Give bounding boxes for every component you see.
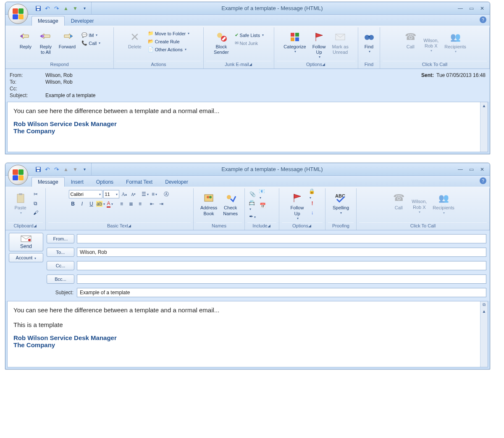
bcc-button[interactable]: Bcc... (47, 274, 74, 284)
options-dialog-launcher[interactable]: ◢ (322, 62, 325, 66)
basictext-dialog-launcher[interactable]: ◢ (128, 224, 131, 228)
ctc-recipients-button[interactable]: 👥 Recipients▾ (430, 190, 456, 216)
send-button[interactable]: Send (9, 233, 43, 251)
options-pane-icon[interactable]: ⧉ (480, 301, 488, 308)
include-dialog-launcher[interactable]: ◢ (268, 224, 270, 228)
other-actions-button[interactable]: 📄Other Actions▾ (146, 46, 192, 53)
font-color-button[interactable]: A▾ (106, 200, 114, 208)
bullets-button[interactable]: ☰▾ (141, 190, 150, 198)
attach-file-button[interactable]: 📎 (248, 190, 257, 198)
align-left-button[interactable]: ≡ (118, 200, 126, 208)
shrink-font-button[interactable]: A▾ (129, 190, 138, 198)
scrollbar[interactable]: ▲ (480, 102, 488, 152)
clear-formatting-button[interactable]: Ⓐ (162, 190, 171, 198)
spelling-button[interactable]: ABC Spelling▾ (331, 190, 351, 216)
maximize-button[interactable]: ▭ (468, 5, 475, 12)
calendar-button[interactable]: 📅 (258, 201, 267, 210)
decrease-indent-button[interactable]: ⇤ (148, 200, 156, 208)
redo-icon[interactable]: ↷ (53, 166, 60, 173)
bcc-field[interactable] (77, 274, 486, 284)
numbering-button[interactable]: ≡▾ (150, 190, 159, 198)
scrollbar[interactable]: ⧉ ▲ (480, 301, 488, 367)
follow-up-button[interactable]: Follow Up▾ (288, 190, 307, 221)
qat-customize-icon[interactable]: ▾ (81, 5, 88, 12)
from-button[interactable]: From... (47, 234, 74, 243)
tab-message[interactable]: Message (32, 177, 65, 187)
clipboard-dialog-launcher[interactable]: ◢ (34, 224, 37, 228)
tab-message[interactable]: Message (32, 16, 65, 26)
tab-insert[interactable]: Insert (65, 177, 90, 187)
close-button[interactable]: ✕ (479, 5, 486, 12)
ctc-call-button[interactable]: ☎ Call (389, 190, 408, 212)
qat-customize-icon[interactable]: ▾ (81, 166, 88, 173)
minimize-button[interactable]: — (457, 5, 464, 12)
align-center-button[interactable]: ≣ (127, 200, 135, 208)
save-icon[interactable] (35, 166, 42, 173)
from-field[interactable] (77, 234, 486, 243)
ctc-recipients-button[interactable]: 👥 Recipients▾ (442, 29, 468, 55)
follow-up-button[interactable]: Follow Up▾ (310, 29, 328, 60)
check-names-button[interactable]: Check Names (221, 190, 240, 217)
reply-button[interactable]: Reply (16, 29, 35, 51)
to-button[interactable]: To... (47, 248, 74, 257)
maximize-button[interactable]: ▭ (468, 166, 475, 173)
block-sender-button[interactable]: Block Sender (212, 29, 231, 56)
font-selector[interactable]: Calibri▾ (69, 190, 102, 198)
signature-button[interactable]: ✒▾ (248, 212, 257, 221)
cc-button[interactable]: Cc... (47, 261, 74, 270)
find-button[interactable]: Find▾ (360, 29, 378, 55)
forward-button[interactable]: Forward (57, 29, 78, 51)
call-button[interactable]: 📞Call▾ (79, 40, 102, 47)
redo-icon[interactable]: ↷ (53, 5, 60, 12)
italic-button[interactable]: I (78, 200, 87, 208)
im-button[interactable]: 💬IM▾ (79, 32, 102, 39)
office-button[interactable] (8, 4, 28, 24)
delete-button[interactable]: ✕ Delete (126, 29, 144, 51)
help-button[interactable]: ? (480, 177, 486, 184)
bold-button[interactable]: B (69, 200, 77, 208)
increase-indent-button[interactable]: ⇥ (157, 200, 165, 208)
cut-button[interactable]: ✂ (32, 190, 40, 198)
copy-button[interactable]: ⧉ (32, 199, 40, 208)
high-importance-button[interactable]: ! (308, 199, 317, 208)
font-size-selector[interactable]: 11▾ (103, 190, 119, 198)
ctc-name-button[interactable]: Wilson, Rob X▾ (421, 29, 441, 54)
next-icon[interactable]: ▼ (72, 166, 79, 173)
scroll-up-icon[interactable]: ▲ (480, 102, 488, 109)
help-button[interactable]: ? (480, 16, 486, 23)
tab-format-text[interactable]: Format Text (120, 177, 159, 187)
cc-field[interactable] (77, 261, 486, 270)
to-field[interactable] (77, 248, 486, 257)
business-card-button[interactable]: 📇▾ (248, 201, 257, 210)
highlight-button[interactable]: ab▾ (97, 200, 105, 208)
undo-icon[interactable]: ↶ (44, 5, 51, 12)
minimize-button[interactable]: — (457, 166, 464, 173)
attach-item-button[interactable]: 📧▾ (258, 190, 267, 198)
permission-button[interactable]: 🔒▾ (308, 190, 317, 198)
compose-body[interactable]: You can see here the difference between … (7, 301, 488, 367)
close-button[interactable]: ✕ (479, 166, 486, 173)
reply-all-button[interactable]: Reply to All (37, 29, 55, 56)
subject-field[interactable] (77, 288, 486, 297)
ctc-call-button[interactable]: ☎ Call (401, 29, 420, 51)
not-junk-button[interactable]: ✉Not Junk (233, 40, 266, 47)
categorize-button[interactable]: Categorize▾ (281, 29, 308, 55)
mark-unread-button[interactable]: Mark as Unread (330, 29, 351, 56)
previous-icon[interactable]: ▲ (63, 5, 69, 12)
scroll-up-icon[interactable]: ▲ (480, 308, 488, 315)
options2-dialog-launcher[interactable]: ◢ (308, 224, 311, 228)
address-book-button[interactable]: Address Book (198, 190, 219, 217)
move-to-folder-button[interactable]: 📁Move to Folder▾ (146, 30, 192, 37)
account-button[interactable]: Account ▾ (9, 253, 43, 262)
paste-button[interactable]: Paste▾ (11, 190, 30, 216)
tab-developer[interactable]: Developer (65, 16, 100, 26)
save-icon[interactable] (35, 5, 42, 12)
grow-font-button[interactable]: A▴ (120, 190, 129, 198)
previous-icon[interactable]: ▲ (63, 166, 69, 173)
ctc-name-button[interactable]: Wilson, Rob X▾ (410, 190, 429, 215)
safe-lists-button[interactable]: ✔Safe Lists▾ (233, 32, 266, 39)
undo-icon[interactable]: ↶ (44, 166, 51, 173)
format-painter-button[interactable]: 🖌 (32, 208, 40, 217)
create-rule-button[interactable]: 📂Create Rule (146, 38, 192, 45)
low-importance-button[interactable]: ↓ (308, 208, 317, 217)
